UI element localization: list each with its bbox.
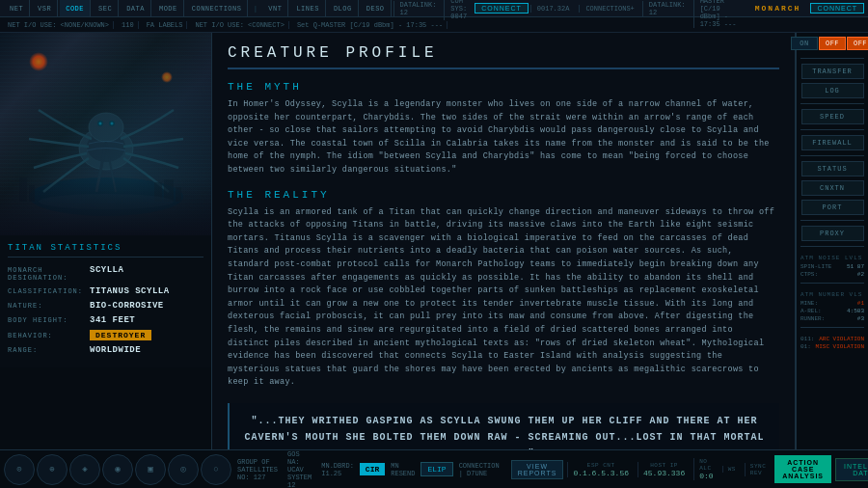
tab-lines[interactable]: LINES <box>290 0 326 16</box>
proxy-button[interactable]: PROXY <box>801 226 864 241</box>
quote-text: "...THEY WRITHED GASPING AS SCYLLA SWUNG… <box>243 413 766 449</box>
on-off-toggle-group: ON OFF OFF <box>791 37 868 50</box>
speed-button[interactable]: SPEED <box>801 109 864 124</box>
bottom-icon-4[interactable]: ◉ <box>102 454 133 485</box>
status-row-1: 011: ARC VIOLATION <box>800 336 864 342</box>
transfer-button[interactable]: TRANSFER <box>801 64 864 79</box>
bottom-icon-1[interactable]: ⊙ <box>4 454 35 485</box>
cir-button[interactable]: CIR <box>360 463 385 475</box>
bottom-icon-2[interactable]: ⊕ <box>37 454 68 485</box>
tab-deso[interactable]: DESO <box>361 0 392 16</box>
stat-label-nature: NATURE: <box>8 302 90 310</box>
net-io2-label: NET I/O USE: <CONNECT> <box>191 21 288 29</box>
bottom-icon-6[interactable]: ◎ <box>168 454 199 485</box>
toggle-on-button[interactable]: ON <box>791 37 818 50</box>
atm-number-section: ATM NUMBER VLS MINE: #1 A-REL: 4:503 RUN… <box>800 291 864 323</box>
stat-ws-label: WS <box>728 466 736 473</box>
status-label-1: 011: <box>800 336 814 342</box>
num-row-2: A-REL: 4:503 <box>800 308 864 314</box>
stat-no-alc: NO ALC 0:0 <box>693 458 718 480</box>
cnxtn-button[interactable]: CNXTN <box>801 180 864 196</box>
atm-val-1: 51 87 <box>847 263 864 270</box>
titan-image-area <box>0 33 211 235</box>
stat-alc-label: NO ALC <box>699 458 713 472</box>
tab-connections[interactable]: CONNECTIONS <box>186 0 249 16</box>
right-controls-panel: ON OFF OFF TRANSFER LOG SPEED FIREWALL S… <box>796 33 868 449</box>
tab-sec[interactable]: SEC <box>93 0 119 16</box>
stat-host-label: HOST IP <box>650 462 678 469</box>
divider-5 <box>800 220 864 221</box>
titan-stats-title: TITAN STATISTICS <box>8 243 203 258</box>
monarch-logo: MONARCH <box>747 4 809 13</box>
tab-vsr[interactable]: VSR <box>32 0 58 16</box>
stat-row-range: RANGE: WORLDWIDE <box>8 345 203 355</box>
atm-row-1: SPIN-LITE 51 87 <box>800 263 864 270</box>
stat-host-val: 45.93.336 <box>643 469 685 477</box>
intelligence-database-button[interactable]: INTELLIGENCEDATABASE <box>835 458 868 481</box>
id-code-info: 0017.32A <box>530 5 576 13</box>
connections-info: CONNECTIONS+ <box>579 5 639 13</box>
connect-button-1[interactable]: CONNECT <box>475 3 529 14</box>
port-button[interactable]: PORT <box>801 200 864 215</box>
toggle-off-button-1[interactable]: OFF <box>819 37 846 50</box>
q-master-info: Set Q-MASTER [C/19 dBbm] - 17:35 --- <box>693 0 746 28</box>
behavior-badge: DESTROYER <box>90 330 151 340</box>
stat-label-designation: MONARCH DESIGNATION: <box>8 266 90 282</box>
atm-label-2: CTPS: <box>800 271 818 278</box>
divider-6 <box>800 246 864 247</box>
myth-text: In Homer's Odyssey, Scylla is a legendar… <box>228 98 779 177</box>
action-case-button[interactable]: ACTION CASEANALYSIS <box>774 455 831 483</box>
connect-button-2[interactable]: CONNECT <box>810 3 864 14</box>
icon-110: 110 <box>118 21 139 29</box>
net-io-label: NET I/O USE: <NONE/KNOWN> <box>4 21 114 29</box>
tab-data[interactable]: DATA <box>121 0 151 16</box>
num-val-arel: 4:503 <box>847 308 864 314</box>
stat-value-range: WORLDWIDE <box>90 345 141 355</box>
center-content-panel: CREATURE PROFILE THE MYTH In Homer's Ody… <box>212 33 796 449</box>
toggle-off-button-2[interactable]: OFF <box>847 37 868 50</box>
num-label-mine: MINE: <box>800 300 818 307</box>
num-val-runner: #3 <box>857 315 864 322</box>
status-val-1: ARC VIOLATION <box>819 336 864 342</box>
divider-7 <box>800 283 864 284</box>
myth-section-title: THE MYTH <box>228 81 779 93</box>
view-reports-button[interactable]: VIEW REPORTS <box>511 460 564 479</box>
atm-noise-section: ATM NOISE LVLS SPIN-LITE 51 87 CTPS: #2 <box>800 255 864 279</box>
status-val-2: MISC VIOLATION <box>816 343 864 350</box>
stat-sync-rev: SYNC REV <box>745 463 771 476</box>
status-button[interactable]: STATUS <box>801 161 864 176</box>
reality-section-title: THE REALITY <box>228 189 779 201</box>
bottom-icon-3[interactable]: ◈ <box>69 454 100 485</box>
tab-dlog[interactable]: DLOG <box>328 0 359 16</box>
top-navigation-bar: NET VSR CODE SEC DATA MODE CONNECTIONS |… <box>0 0 868 17</box>
stat-value-classification: TITANUS SCYLLA <box>90 286 170 296</box>
firewall-button[interactable]: FIREWALL <box>801 135 864 150</box>
tab-code[interactable]: CODE <box>60 0 91 16</box>
atm-number-title: ATM NUMBER VLS <box>800 291 864 298</box>
stat-row-nature: NATURE: BIO-CORROSIVE <box>8 301 203 311</box>
status-row-2: 01: MISC VIOLATION <box>800 343 864 350</box>
stat-row-classification: CLASSIFICATION: TITANUS SCYLLA <box>8 286 203 296</box>
connection-text: CONNECTION | D7UNE <box>455 462 503 477</box>
tab-net[interactable]: NET <box>4 0 30 16</box>
bottom-icon-5[interactable]: ▣ <box>135 454 166 485</box>
stat-esp-val: 0.1.6.5.3.56 <box>573 469 629 477</box>
com-sys-info: COM SYS: 0047 <box>444 0 473 20</box>
group-sat-text: GROUP OF SATELLITES NO: 127 <box>233 458 282 481</box>
num-label-arel: A-REL: <box>800 308 822 314</box>
reality-text: Scylla is an armored tank of a Titan tha… <box>228 206 779 390</box>
stat-esp-label: ESP CNT <box>587 462 615 469</box>
quote-block: "...THEY WRITHED GASPING AS SCYLLA SWUNG… <box>228 403 779 449</box>
main-content-area: TITAN STATISTICS MONARCH DESIGNATION: SC… <box>0 33 868 449</box>
stat-label-behavior: BEHAVIOR: <box>8 332 90 339</box>
set-q-label: Set Q-MASTER [C/19 dBbm] - 17:35 --- <box>293 21 448 29</box>
bottom-icon-7[interactable]: ○ <box>201 454 231 485</box>
num-val-mine: #1 <box>857 300 864 307</box>
num-label-runner: RUNNER: <box>800 315 825 322</box>
log-button[interactable]: LOG <box>801 83 864 98</box>
elip-button[interactable]: ELIP <box>420 462 452 476</box>
num-row-3: RUNNER: #3 <box>800 315 864 322</box>
gos-na-text: GOS NA: UCAV SYSTEM 12 <box>284 450 315 489</box>
tab-vnt[interactable]: VNT <box>262 0 288 16</box>
tab-mode[interactable]: MODE <box>153 0 184 16</box>
